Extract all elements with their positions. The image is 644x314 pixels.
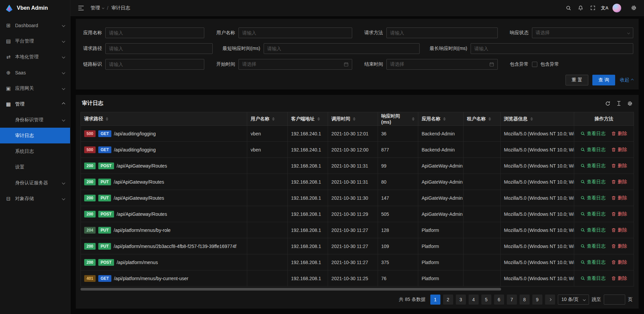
sidebar-item-management[interactable]: ▦管理 bbox=[0, 96, 70, 112]
fullscreen-icon[interactable] bbox=[587, 2, 598, 14]
column-header-time[interactable]: 调用时间 bbox=[328, 112, 378, 126]
view-log-button[interactable]: 查看日志 bbox=[581, 243, 605, 249]
collapse-filters-link[interactable]: 收起 bbox=[620, 77, 633, 83]
next-page-button[interactable] bbox=[545, 295, 555, 305]
http-method-input[interactable] bbox=[386, 27, 498, 38]
sort-icon[interactable] bbox=[106, 117, 108, 121]
sidebar-item-localization[interactable]: ⇄本地化管理 bbox=[0, 49, 70, 65]
page-size-select[interactable]: 10 条/页 bbox=[558, 295, 589, 305]
settings-gear-icon[interactable] bbox=[628, 2, 639, 14]
sort-icon[interactable] bbox=[272, 117, 275, 121]
sort-icon[interactable] bbox=[443, 117, 446, 121]
sidebar-item-dashboard[interactable]: ⊞Dashboard bbox=[0, 17, 70, 33]
page-button-6[interactable]: 6 bbox=[494, 295, 504, 305]
view-log-button[interactable]: 查看日志 bbox=[581, 259, 605, 265]
delete-button[interactable]: 删除 bbox=[611, 147, 627, 153]
refresh-icon[interactable] bbox=[605, 101, 610, 106]
cell-client: 192.168.208.1 bbox=[287, 190, 328, 206]
cell-response: 147 bbox=[378, 190, 418, 206]
delete-button[interactable]: 删除 bbox=[611, 211, 627, 217]
delete-button[interactable]: 删除 bbox=[611, 227, 627, 233]
column-label: 操作方法 bbox=[594, 116, 613, 122]
language-icon[interactable]: 文A bbox=[599, 2, 610, 14]
sidebar-item-audit-logs[interactable]: 审计日志 bbox=[0, 128, 70, 143]
sidebar-item-system-logs[interactable]: 系统日志 bbox=[0, 143, 70, 159]
column-header-tenant[interactable]: 租户名称 bbox=[464, 112, 500, 126]
page-button-7[interactable]: 7 bbox=[507, 295, 517, 305]
column-settings-icon[interactable] bbox=[627, 101, 633, 106]
horizontal-scrollbar[interactable] bbox=[80, 288, 501, 291]
sort-icon[interactable] bbox=[412, 117, 415, 121]
view-log-button[interactable]: 查看日志 bbox=[581, 131, 605, 137]
delete-button[interactable]: 删除 bbox=[611, 131, 627, 137]
view-log-button[interactable]: 查看日志 bbox=[581, 275, 605, 281]
request-path: /api/ApiGateway/Routes bbox=[114, 195, 164, 201]
delete-button[interactable]: 删除 bbox=[611, 195, 627, 201]
reset-button[interactable]: 重 置 bbox=[566, 75, 588, 85]
end-time-datepicker[interactable]: 请选择 bbox=[386, 59, 498, 70]
breadcrumb-item-management[interactable]: 管理 bbox=[91, 5, 104, 11]
column-label: 响应时间(ms) bbox=[381, 113, 409, 125]
sidebar-item-object-storage[interactable]: ⊟对象存储 bbox=[0, 191, 70, 206]
sidebar-item-identity[interactable]: 身份标识管理 bbox=[0, 112, 70, 128]
page-button-1[interactable]: 1 bbox=[430, 295, 440, 305]
delete-button[interactable]: 删除 bbox=[611, 163, 627, 169]
trace-id-input[interactable] bbox=[105, 59, 204, 70]
cell-browser: Mozilla/5.0 (Windows NT 10.0; Win... bbox=[500, 174, 574, 190]
column-header-app[interactable]: 应用名称 bbox=[418, 112, 463, 126]
user-name-input[interactable] bbox=[238, 27, 352, 38]
cell-actions: 查看日志删除 bbox=[574, 190, 634, 206]
jump-page-input[interactable] bbox=[604, 295, 625, 305]
page-button-3[interactable]: 3 bbox=[456, 295, 466, 305]
menu-fold-icon[interactable] bbox=[75, 2, 87, 14]
cell-path: 200POST/api/ApiGateway/Routes bbox=[81, 206, 247, 222]
view-log-button[interactable]: 查看日志 bbox=[581, 227, 605, 233]
view-log-button[interactable]: 查看日志 bbox=[581, 163, 605, 169]
search-button[interactable]: 查 询 bbox=[592, 75, 615, 85]
sidebar-item-auth-server[interactable]: 身份认证服务器 bbox=[0, 175, 70, 191]
view-log-button[interactable]: 查看日志 bbox=[581, 179, 605, 185]
max-response-time-input[interactable] bbox=[471, 43, 633, 54]
has-exception-checkbox[interactable] bbox=[532, 62, 537, 67]
column-label: 请求路径 bbox=[84, 116, 103, 122]
app-logo[interactable]: Vben Admin bbox=[0, 0, 70, 16]
min-response-time-input[interactable] bbox=[264, 43, 420, 54]
request-path-input[interactable] bbox=[105, 43, 213, 54]
user-avatar[interactable] bbox=[611, 2, 623, 14]
row-height-icon[interactable] bbox=[616, 101, 621, 106]
column-header-path[interactable]: 请求路径 bbox=[81, 112, 247, 126]
column-header-client[interactable]: 客户端地址 bbox=[287, 112, 328, 126]
cell-time: 2021-10-30 12:00 bbox=[328, 142, 378, 158]
start-time-datepicker[interactable]: 请选择 bbox=[238, 59, 352, 70]
view-log-button[interactable]: 查看日志 bbox=[581, 211, 605, 217]
sort-icon[interactable] bbox=[353, 117, 356, 121]
page-button-2[interactable]: 2 bbox=[443, 295, 453, 305]
delete-button[interactable]: 删除 bbox=[611, 179, 627, 185]
sidebar-item-platform[interactable]: ▤平台管理 bbox=[0, 33, 70, 49]
sort-icon[interactable] bbox=[530, 117, 533, 121]
page-button-8[interactable]: 8 bbox=[520, 295, 530, 305]
delete-button[interactable]: 删除 bbox=[611, 275, 627, 281]
sidebar-item-saas[interactable]: ⊕Saas bbox=[0, 65, 70, 80]
sort-icon[interactable] bbox=[488, 117, 491, 121]
view-log-button[interactable]: 查看日志 bbox=[581, 147, 605, 153]
column-header-response[interactable]: 响应时间(ms) bbox=[378, 112, 418, 126]
app-name-input[interactable] bbox=[105, 27, 204, 38]
notification-bell-icon[interactable] bbox=[575, 2, 586, 14]
column-header-user[interactable]: 用户名称 bbox=[247, 112, 287, 126]
horizontal-scrollbar-track bbox=[80, 287, 634, 291]
view-log-button[interactable]: 查看日志 bbox=[581, 195, 605, 201]
response-status-select[interactable]: 请选择 bbox=[532, 27, 633, 38]
page-button-4[interactable]: 4 bbox=[469, 295, 479, 305]
sidebar-item-gateway[interactable]: ▣应用网关 bbox=[0, 80, 70, 96]
search-icon[interactable] bbox=[563, 2, 574, 14]
delete-button[interactable]: 删除 bbox=[611, 243, 627, 249]
sidebar-item-settings[interactable]: 设置 bbox=[0, 159, 70, 175]
page-button-9[interactable]: 9 bbox=[532, 295, 542, 305]
cell-path: 500GET/api/auditing/logging bbox=[81, 126, 247, 142]
page-button-5[interactable]: 5 bbox=[481, 295, 491, 305]
delete-button[interactable]: 删除 bbox=[611, 259, 627, 265]
cell-time: 2021-10-30 11:31 bbox=[328, 174, 378, 190]
sort-icon[interactable] bbox=[317, 117, 320, 121]
column-header-browser[interactable]: 浏览器信息 bbox=[500, 112, 574, 126]
